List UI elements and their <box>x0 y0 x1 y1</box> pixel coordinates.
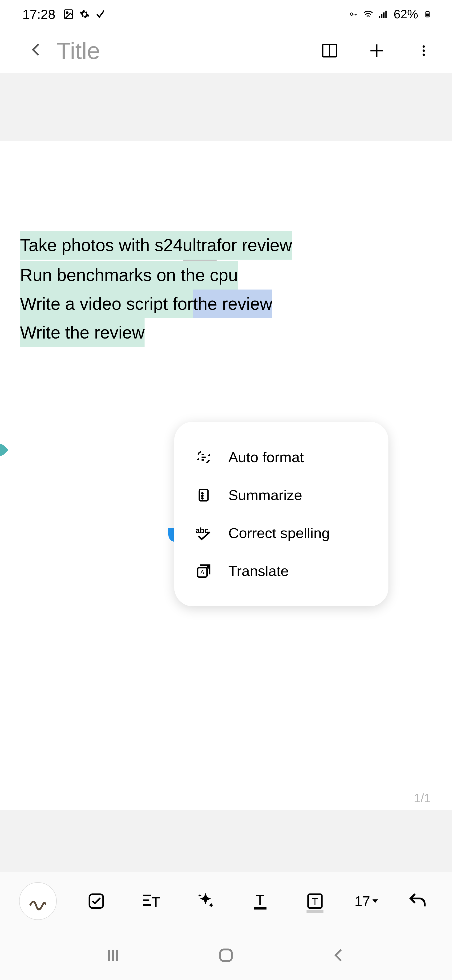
text-segment: Write a video script for <box>20 290 193 318</box>
add-button[interactable] <box>367 41 386 60</box>
menu-item-summarize[interactable]: Summarize <box>174 476 389 514</box>
menu-item-auto-format[interactable]: Auto format <box>174 438 389 476</box>
bottom-spacer <box>0 810 452 872</box>
reader-mode-button[interactable] <box>320 41 339 60</box>
svg-point-2 <box>350 13 353 16</box>
svg-text:abc: abc <box>195 526 209 535</box>
system-nav-bar <box>0 931 452 980</box>
font-color-button[interactable]: T <box>245 886 276 916</box>
selection-handle-start[interactable] <box>0 442 8 458</box>
note-body[interactable]: Take photos with s24 ultra for review Ru… <box>0 142 452 347</box>
nav-back-button[interactable] <box>328 945 350 966</box>
clock-text: 17:28 <box>22 6 56 22</box>
font-size-button[interactable]: 17 <box>355 893 378 909</box>
checkbox-button[interactable] <box>81 886 112 916</box>
auto-format-icon <box>195 449 212 466</box>
svg-rect-5 <box>383 13 385 18</box>
svg-point-1 <box>66 12 68 14</box>
app-bar-actions <box>320 41 433 60</box>
check-icon <box>95 8 106 20</box>
svg-point-21 <box>202 493 203 494</box>
app-bar: Title <box>0 28 452 73</box>
status-bar: 17:28 62% <box>0 0 452 28</box>
handwriting-button[interactable] <box>19 882 57 920</box>
undo-button[interactable] <box>402 886 433 916</box>
spellcheck-icon: abc <box>195 525 212 541</box>
note-line-3[interactable]: Write a video script for the review <box>20 290 432 318</box>
svg-rect-9 <box>426 14 429 17</box>
svg-text:T: T <box>152 894 160 910</box>
svg-rect-20 <box>199 490 208 501</box>
menu-item-label: Translate <box>228 563 289 579</box>
text-segment: for review <box>217 231 292 259</box>
header-spacer <box>0 73 452 142</box>
svg-rect-33 <box>254 907 266 910</box>
svg-text:T: T <box>312 896 318 907</box>
settings-icon <box>79 8 90 20</box>
note-title-input[interactable]: Title <box>57 37 308 64</box>
editor-toolbar: T T T 17 <box>0 872 452 931</box>
svg-point-15 <box>423 49 425 52</box>
status-right: 62% <box>347 7 433 21</box>
svg-point-22 <box>202 495 203 496</box>
translate-icon: A <box>195 563 212 579</box>
more-options-button[interactable] <box>414 41 433 60</box>
status-left: 17:28 <box>22 6 106 22</box>
battery-text: 62% <box>393 7 418 21</box>
svg-point-14 <box>423 46 425 48</box>
text-background-button[interactable]: T <box>300 886 330 916</box>
text-segment-spellcheck: ultra <box>183 231 217 261</box>
text-style-button[interactable]: T <box>136 886 166 916</box>
ai-assist-button[interactable] <box>190 886 221 916</box>
vpn-key-icon <box>347 8 359 20</box>
menu-item-label: Auto format <box>228 449 304 466</box>
context-menu: Auto format Summarize abc Correct spelli… <box>174 422 389 606</box>
svg-text:A: A <box>200 569 205 576</box>
back-button[interactable] <box>28 39 45 63</box>
signal-icon <box>377 8 389 20</box>
svg-rect-40 <box>220 950 232 961</box>
battery-icon <box>422 8 433 20</box>
page-indicator: 1/1 <box>414 791 431 805</box>
note-line-2[interactable]: Run benchmarks on the cpu <box>20 261 432 290</box>
text-segment: Take photos with s24 <box>20 231 183 259</box>
text-segment: Run benchmarks on the cpu <box>20 261 238 290</box>
gallery-icon <box>63 8 74 20</box>
svg-rect-6 <box>385 11 387 18</box>
svg-rect-36 <box>306 910 324 913</box>
svg-rect-4 <box>381 14 382 18</box>
menu-item-translate[interactable]: A Translate <box>174 552 389 590</box>
text-segment: Write the review <box>20 318 144 347</box>
note-line-1[interactable]: Take photos with s24 ultra for review <box>20 231 432 261</box>
menu-item-correct-spelling[interactable]: abc Correct spelling <box>174 514 389 552</box>
wifi-icon <box>363 8 374 20</box>
font-size-value: 17 <box>355 893 370 909</box>
home-button[interactable] <box>216 945 236 966</box>
svg-point-23 <box>202 498 203 499</box>
menu-item-label: Correct spelling <box>228 525 330 541</box>
recents-button[interactable] <box>102 945 124 966</box>
summarize-icon <box>195 487 212 503</box>
svg-rect-8 <box>427 11 428 11</box>
svg-text:T: T <box>256 892 264 908</box>
svg-rect-3 <box>379 16 381 18</box>
svg-point-16 <box>423 54 425 56</box>
note-line-4[interactable]: Write the review <box>20 318 432 347</box>
menu-item-label: Summarize <box>228 487 302 503</box>
text-segment-selected: the review <box>193 290 272 318</box>
